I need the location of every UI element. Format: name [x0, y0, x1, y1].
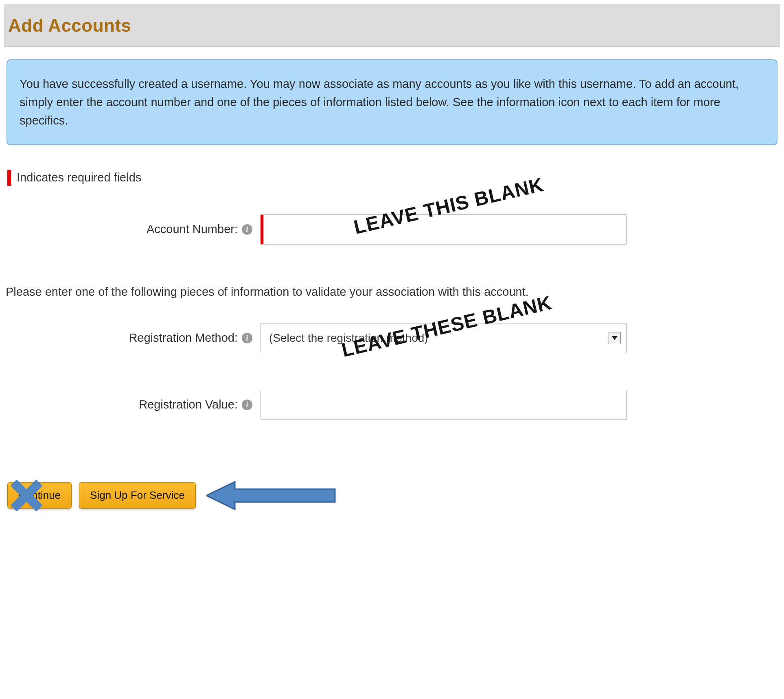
arrow-left-icon: [206, 481, 337, 510]
registration-value-input[interactable]: [261, 390, 627, 420]
action-bar: Continue Sign Up For Service: [4, 481, 780, 510]
page-title: Add Accounts: [8, 15, 776, 36]
info-icon[interactable]: i: [242, 333, 252, 343]
info-box-text: You have successfully created a username…: [20, 77, 739, 127]
chevron-down-icon: [609, 332, 621, 344]
account-number-row: Account Number: i LEAVE THIS BLANK: [4, 214, 780, 245]
required-fields-note: Indicates required fields: [7, 170, 780, 186]
account-number-label: Account Number:: [147, 223, 238, 236]
registration-value-label: Registration Value:: [139, 398, 238, 411]
success-info-box: You have successfully created a username…: [7, 59, 777, 145]
registration-method-selected: (Select the registration method): [269, 332, 428, 345]
sign-up-for-service-button[interactable]: Sign Up For Service: [79, 482, 196, 509]
registration-method-row: Registration Method: i (Select the regis…: [4, 323, 780, 353]
continue-button[interactable]: Continue: [7, 482, 72, 509]
required-indicator-bar: [7, 170, 11, 186]
validation-instruction: Please enter one of the following pieces…: [6, 285, 780, 299]
info-icon[interactable]: i: [242, 400, 252, 410]
account-number-input[interactable]: [261, 214, 627, 245]
registration-method-label: Registration Method:: [129, 331, 238, 345]
svg-marker-0: [612, 336, 618, 340]
registration-method-select[interactable]: (Select the registration method): [261, 323, 627, 353]
page-header: Add Accounts: [4, 4, 780, 47]
info-icon[interactable]: i: [242, 224, 252, 235]
required-note-text: Indicates required fields: [17, 171, 141, 184]
svg-marker-3: [206, 482, 335, 509]
registration-value-row: Registration Value: i: [4, 390, 780, 420]
